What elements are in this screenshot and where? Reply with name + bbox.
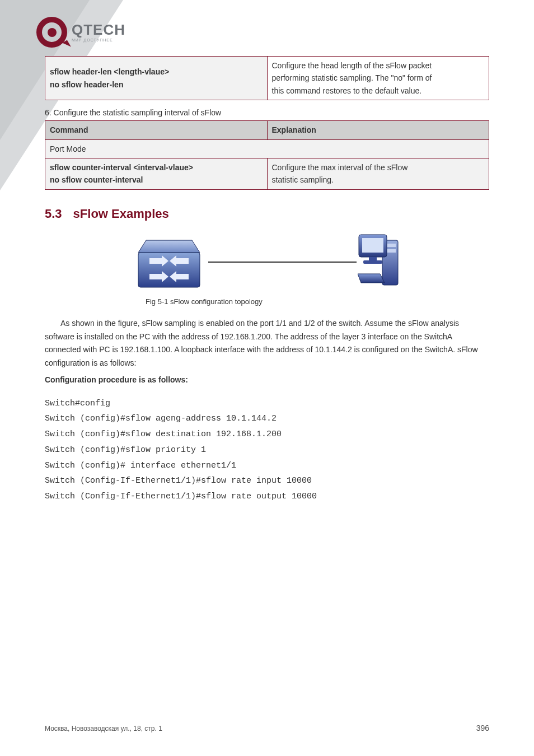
svg-rect-13 (369, 257, 377, 260)
svg-rect-14 (363, 260, 382, 264)
col-hdr-command: Command (45, 121, 268, 139)
logo-brand: QTECH (72, 22, 125, 37)
pc-icon (358, 232, 401, 291)
section-heading: 5.3 sFlow Examples (45, 207, 489, 221)
logo-subtitle: МИР ДОСТУПНЕЕ (72, 38, 125, 42)
paragraph-description: As shown in the figure, sFlow sampling i… (45, 317, 489, 370)
row-port-mode: Port Mode (45, 139, 489, 158)
expl-counter-interval: Configure the max interval of the sFlow … (267, 158, 489, 189)
svg-rect-3 (138, 253, 200, 287)
logo-q-mark (36, 17, 67, 48)
section-title: sFlow Examples (73, 207, 169, 221)
svg-rect-12 (362, 238, 383, 253)
switch-icon (133, 238, 205, 288)
col-hdr-explanation: Explanation (267, 121, 489, 139)
table-head-len: sflow header-len <length-vlaue> no sflow… (45, 56, 489, 100)
cmd-counter-interval: sflow counter-interval <interval-vlaue> … (45, 158, 268, 189)
section-number: 5.3 (45, 207, 62, 221)
figure-caption: Fig 5-1 sFlow configuration topology (146, 297, 489, 306)
page-number: 396 (476, 724, 489, 732)
svg-marker-2 (138, 240, 200, 253)
footer-address: Москва, Новозаводская ул., 18, стр. 1 (45, 725, 162, 732)
logo-text: QTECH МИР ДОСТУПНЕЕ (72, 22, 125, 42)
link-line (208, 262, 357, 263)
config-label: Configuration procedure is as follows: (45, 374, 489, 387)
topology-diagram (45, 232, 489, 294)
table-counter-interval: Command Explanation Port Mode sflow coun… (45, 120, 489, 190)
cmd-head-len: sflow header-len <length-vlaue> no sflow… (45, 57, 268, 100)
config-code-block: Switch#config Switch (config)#sflow agen… (45, 396, 489, 505)
step-6-label: 6. Configure the statistic sampling inte… (45, 108, 489, 117)
expl-head-len: Configure the head length of the sFlow p… (267, 57, 489, 100)
svg-marker-15 (358, 274, 385, 283)
brand-logo: QTECH МИР ДОСТУПНЕЕ (36, 17, 125, 48)
